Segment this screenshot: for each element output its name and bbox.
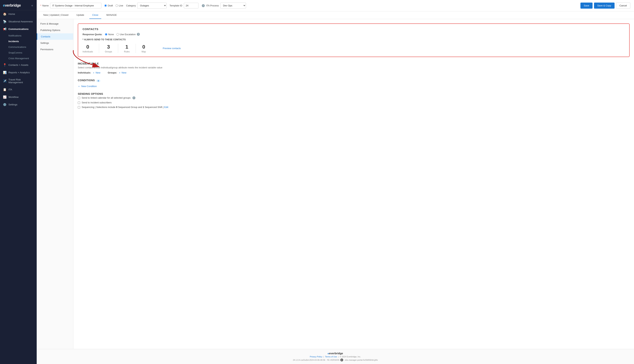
sidebar-item-settings-label: Settings [9,103,18,106]
stat-groups-label: Groups [105,50,112,53]
sub-nav-permissions[interactable]: Permissions [37,46,73,52]
live-radio-label[interactable]: Live [116,4,123,7]
tab-update[interactable]: Update [74,11,87,19]
escalation-info-icon: ? [137,33,140,36]
conditions-section: CONDITIONS 0 ＋ New Condition [78,79,629,88]
incident-subscribers-label: Send to incident subscribers [82,101,112,104]
sequencing-checkbox[interactable] [78,106,80,108]
sub-nav: Form & Message Publishing Options Contac… [37,19,73,349]
sidebar-item-ita[interactable]: 📋 ITA [0,86,37,93]
template-id-input[interactable] [184,3,198,8]
use-escalation-radio[interactable] [117,33,119,36]
category-select[interactable]: Outages [137,2,167,8]
stat-rules[interactable]: 1 Rules [118,44,136,53]
sending-options-section: SENDING OPTIONS Send to linked calendar … [78,92,629,108]
ita-process-select[interactable]: Dev Ops [220,2,246,8]
privacy-policy-link[interactable]: Privacy Policy [310,356,322,358]
collapse-button[interactable]: « [31,4,34,8]
stat-individuals: 0 Individuals [83,44,99,53]
terms-of-use-link[interactable]: Terms of Use [325,356,337,358]
ita-process-field-group: i ITA Process Dev Ops [201,2,246,8]
sidebar-item-settings[interactable]: ⚙️ Settings [0,101,37,108]
sub-nav-settings[interactable]: Settings [37,40,73,46]
groups-rule-label: Groups: [108,71,117,74]
sidebar-item-workflow[interactable]: 📈 Workflow [0,93,37,101]
contacts-title: CONTACTS [83,28,625,30]
main-panel: CONTACTS Response Quota: None Use Escala… [73,19,634,349]
live-radio[interactable] [116,4,118,7]
sidebar-item-communications-label: Communications [9,28,29,30]
top-bar: * Name Draft Live Category Outages Templ… [37,0,634,11]
name-label: * Name [40,4,49,7]
response-quota-label: Response Quota: [83,33,102,36]
sidebar-item-home[interactable]: 🏠 Home [0,10,37,18]
tab-new-updated-closed[interactable]: New | Updated | Closed [40,11,71,19]
draft-radio[interactable] [104,4,107,7]
sidebar-item-reports-label: Reports + Analytics [9,71,30,74]
stat-individuals-label: Individuals [83,50,93,53]
sidebar-item-workflow-label: Workflow [9,96,19,98]
stats-container: 0 Individuals 3 Groups 1 Rules 0 [83,44,625,53]
main-content: * Name Draft Live Category Outages Templ… [37,0,634,364]
app-logo: everbridge [3,3,21,8]
logo-icon: e [3,3,5,7]
sidebar-sub-snapcomms[interactable]: SnapComms [9,50,37,56]
tab-manage[interactable]: MANAGE [104,11,120,19]
sidebar-sub-crisis-management[interactable]: Crisis Management [9,56,37,61]
individuals-rule-label: Individuals: [78,71,91,74]
sending-option-incident-subscribers: Send to incident subscribers [78,101,629,104]
sidebar-item-communications[interactable]: 📢 Communications [0,25,37,33]
sidebar-logo: everbridge « [0,0,37,10]
sub-nav-publishing-options[interactable]: Publishing Options [37,27,73,33]
settings-icon: ⚙️ [3,103,7,106]
individuals-new-button[interactable]: ＋ New [93,71,100,74]
always-send-label: * ALWAYS SEND TO THESE CONTACTS [83,38,625,41]
sidebar-sub-communications[interactable]: Communications [9,44,37,50]
sidebar-item-situational-awareness[interactable]: 📡 Situational Awareness [0,18,37,25]
footer-info-icon: i [340,358,343,362]
save-copy-button[interactable]: Save & Copy [594,2,614,8]
stat-map: 0 Map [136,44,152,53]
none-radio[interactable] [105,33,107,36]
sidebar-sub-notifications[interactable]: Notifications [9,33,37,38]
stat-rules-value: 1 [126,44,128,50]
footer-divider-1: | [324,356,324,358]
sidebar-item-ita-label: ITA [9,88,12,91]
footer-links: Privacy Policy | Terms of Use | © 2024 E… [40,356,630,358]
sidebar-item-contacts-assets[interactable]: 📍 Contacts + Assets [0,61,37,69]
sidebar-item-reports-analytics[interactable]: 📊 Reports + Analytics [0,69,37,76]
stat-map-value: 0 [142,44,145,50]
plus-icon-condition: ＋ [78,85,80,88]
sequencing-label: Sequencing | Selections include 0 Sequen… [82,106,168,108]
linked-calendar-checkbox[interactable] [78,97,80,99]
individuals-rule-col: Individuals: ＋ New [78,71,100,74]
sequenced-group-count: 0 [116,106,117,108]
cancel-button[interactable]: Cancel [616,2,630,8]
sidebar-sub-incidents[interactable]: Incidents [9,38,37,44]
incident-rule-section: INCIDENT RULE Select contact whose indiv… [78,62,629,74]
stat-groups[interactable]: 3 Groups [99,44,118,53]
use-escalation-label[interactable]: Use Escalation ? [117,33,140,36]
incident-subscribers-checkbox[interactable] [78,102,80,104]
conditions-title: CONDITIONS [78,79,95,82]
save-button[interactable]: Save [580,2,592,8]
new-condition-button[interactable]: ＋ New Condition [78,85,97,88]
sending-options-title: SENDING OPTIONS [78,92,629,95]
stats-row: 0 Individuals 3 Groups 1 Rules 0 [83,44,152,53]
status-radio-group: Draft Live [104,4,123,7]
groups-new-button[interactable]: ＋ New [119,71,126,74]
sub-nav-form-message[interactable]: Form & Message [37,20,73,27]
sequencing-edit-link[interactable]: Edit [164,106,168,108]
sub-nav-contacts[interactable]: Contacts [37,33,73,40]
top-bar-actions: Save Save & Copy Cancel [580,2,630,8]
ita-icon: 📋 [3,88,7,91]
footer-logo: eeverbridge [40,352,630,355]
name-input[interactable] [50,3,101,8]
sidebar-item-travel-risk[interactable]: ✈️ Travel Risk Management [0,76,37,86]
sending-option-sequencing: Sequencing | Selections include 0 Sequen… [78,106,629,108]
tab-close[interactable]: Close [89,11,101,19]
none-radio-label[interactable]: None [105,33,114,36]
draft-radio-label[interactable]: Draft [104,4,113,7]
sidebar-item-home-label: Home [9,13,15,16]
preview-contacts-link[interactable]: Preview contacts [163,47,181,50]
